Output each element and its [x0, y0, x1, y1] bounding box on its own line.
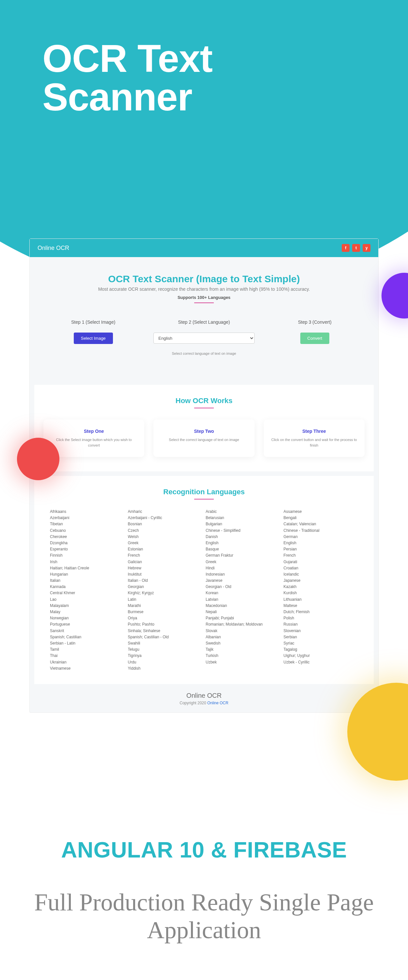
divider	[194, 408, 214, 408]
lang-item: Uzbek - Cyrillic	[284, 659, 359, 665]
lang-item: Spanish; Castilian - Old	[128, 634, 203, 640]
topbar: Online OCR f t y	[30, 239, 378, 257]
lang-item: Cebuano	[50, 528, 125, 534]
lang-item: Welsh	[128, 534, 203, 540]
lang-item: Swedish	[206, 640, 280, 646]
lang-item: Gujarati	[284, 559, 359, 565]
lang-item: Pushto; Pashto	[128, 621, 203, 627]
lang-item: Dutch; Flemish	[284, 609, 359, 615]
lang-item: Nepali	[206, 609, 280, 615]
lang-item: Czech	[128, 528, 203, 534]
marketing-section: ANGULAR 10 & FIREBASE Full Production Re…	[0, 837, 408, 980]
lang-item: Bosnian	[128, 521, 203, 527]
lang-item: French	[128, 552, 203, 558]
lang-item: Azerbaijani - Cyrillic	[128, 515, 203, 521]
lang-item: Turkish	[206, 653, 280, 659]
footer: Online OCR Copyright 2020 Online OCR	[30, 684, 378, 708]
lang-item: Albanian	[206, 634, 280, 640]
lang-item: Georgian	[128, 584, 203, 590]
lang-item: Spanish; Castilian	[50, 634, 125, 640]
how-card-1: Step One Click the Select image button w…	[43, 420, 144, 457]
lang-col-1: AfrikaansAzerbaijaniTibetanCebuanoCherok…	[50, 509, 125, 671]
language-helper: Select correct language of text on image	[153, 352, 254, 355]
lang-item: Croatian	[284, 565, 359, 571]
lang-item: Chinese - Traditional	[284, 528, 359, 534]
lang-item: Chinese - Simplified	[206, 528, 280, 534]
lang-item: French	[284, 552, 359, 558]
lang-item: Macedonian	[206, 603, 280, 609]
lang-col-3: ArabicBelarusianBulgarianChinese - Simpl…	[206, 509, 280, 671]
lang-item: Dzongkha	[50, 540, 125, 546]
lang-item: Lithuanian	[284, 597, 359, 603]
lang-item: Norwegian	[50, 615, 125, 621]
brand[interactable]: Online OCR	[38, 245, 69, 251]
card-text: Click the Select image button which you …	[50, 437, 138, 448]
lang-item: Belarusian	[206, 515, 280, 521]
lang-item: Yiddish	[128, 665, 203, 671]
lang-item: Catalan; Valencian	[284, 521, 359, 527]
lang-item: Irish	[50, 559, 125, 565]
languages-columns: AfrikaansAzerbaijaniTibetanCebuanoCherok…	[50, 509, 358, 671]
lang-item: Serbian - Latin	[50, 640, 125, 646]
copy-prefix: Copyright 2020	[179, 701, 207, 705]
lang-item: Tamil	[50, 646, 125, 653]
youtube-icon[interactable]: y	[363, 244, 370, 252]
lang-item: Tibetan	[50, 521, 125, 527]
supports-label: Supports 100+ Languages	[43, 295, 365, 300]
lang-item: Korean	[206, 590, 280, 596]
page-subtitle: Most accurate OCR scanner, recognize the…	[43, 286, 365, 292]
lang-item: Azerbaijani	[50, 515, 125, 521]
decorative-circle-red	[17, 438, 59, 480]
lang-item: Serbian	[284, 634, 359, 640]
step-3-col: Step 3 (Convert) Convert	[264, 320, 365, 355]
intro-section: OCR Text Scanner (Image to Text Simple) …	[30, 257, 378, 310]
lang-item: Lao	[50, 597, 125, 603]
lang-item: Maltese	[284, 603, 359, 609]
lang-item: Oriya	[128, 615, 203, 621]
divider	[194, 302, 214, 303]
language-select[interactable]: English	[153, 332, 254, 344]
lang-item: Galician	[128, 559, 203, 565]
steps-row: Step 1 (Select Image) Select Image Step …	[30, 310, 378, 382]
lang-item: Esperanto	[50, 546, 125, 552]
how-card-2: Step Two Select the correct language of …	[153, 420, 254, 457]
app-screenshot: Online OCR f t y OCR Text Scanner (Image…	[29, 239, 379, 713]
lang-item: Uzbek	[206, 659, 280, 665]
footer-copy: Copyright 2020 Online OCR	[30, 701, 378, 705]
social-links: f t y	[342, 244, 370, 252]
lang-item: Swahili	[128, 640, 203, 646]
lang-item: Slovenian	[284, 628, 359, 634]
how-cards-row: Step One Click the Select image button w…	[43, 420, 365, 457]
lang-item: Georgian - Old	[206, 584, 280, 590]
lang-item: Persian	[284, 546, 359, 552]
lang-item: German	[284, 534, 359, 540]
divider	[194, 499, 214, 500]
marketing-line-1: ANGULAR 10 & FIREBASE	[13, 837, 395, 862]
lang-item: Estonian	[128, 546, 203, 552]
lang-item: Bulgarian	[206, 521, 280, 527]
facebook-icon[interactable]: f	[342, 244, 349, 252]
lang-item: Basque	[206, 546, 280, 552]
lang-item: Finnish	[50, 552, 125, 558]
select-image-button[interactable]: Select Image	[74, 332, 113, 344]
lang-item: Kannada	[50, 584, 125, 590]
lang-item: Bengali	[284, 515, 359, 521]
card-title: Step One	[50, 429, 138, 434]
lang-col-4: AssameseBengaliCatalan; ValencianChinese…	[284, 509, 359, 671]
twitter-icon[interactable]: t	[352, 244, 360, 252]
lang-item: Malay	[50, 609, 125, 615]
card-text: Click on the convert button and wait for…	[270, 437, 358, 448]
step-3-label: Step 3 (Convert)	[264, 320, 365, 325]
lang-item: Italian	[50, 578, 125, 584]
how-card-3: Step Three Click on the convert button a…	[264, 420, 365, 457]
lang-item: Malayalam	[50, 603, 125, 609]
lang-item: Latin	[128, 597, 203, 603]
lang-item: Tigrinya	[128, 653, 203, 659]
lang-item: Latvian	[206, 597, 280, 603]
footer-link[interactable]: Online OCR	[207, 701, 229, 705]
languages-section: Recognition Languages AfrikaansAzerbaija…	[34, 476, 374, 684]
lang-item: Central Khmer	[50, 590, 125, 596]
lang-item: English	[206, 540, 280, 546]
card-title: Step Two	[160, 429, 248, 434]
convert-button[interactable]: Convert	[300, 332, 330, 344]
